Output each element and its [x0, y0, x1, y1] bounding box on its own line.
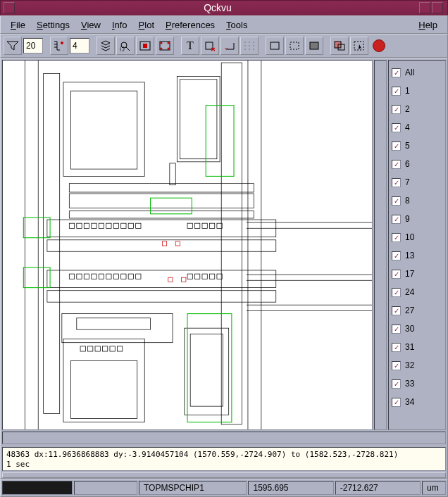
svg-point-13	[244, 42, 246, 43]
svg-rect-45	[69, 223, 74, 228]
layer-row[interactable]: ✓2	[392, 100, 442, 118]
svg-rect-86	[102, 346, 107, 351]
dashed-mode-icon[interactable]	[285, 37, 304, 55]
menu-tools[interactable]: Tools	[220, 18, 253, 32]
layer-checkbox[interactable]: ✓	[392, 87, 401, 96]
menu-file[interactable]: File	[5, 18, 31, 32]
fit-icon[interactable]	[136, 37, 154, 55]
menu-settings[interactable]: Settings	[31, 18, 75, 32]
hierarchy-icon[interactable]	[50, 37, 68, 55]
chip-layout-drawing	[3, 61, 372, 429]
svg-point-20	[249, 49, 250, 50]
layer-row[interactable]: ✓5	[392, 137, 442, 155]
layer-checkbox[interactable]: ✓	[392, 288, 401, 297]
layer-row[interactable]: ✓24	[392, 283, 442, 301]
layer-row[interactable]: ✓9	[392, 210, 442, 228]
svg-rect-99	[23, 218, 50, 238]
layer-checkbox[interactable]: ✓	[392, 398, 401, 407]
layer-checkbox[interactable]: ✓	[392, 270, 401, 279]
svg-rect-22	[270, 42, 279, 49]
layer-label: 27	[405, 306, 414, 315]
status-blank	[74, 481, 137, 495]
layer-checkbox[interactable]: ✓	[392, 123, 401, 132]
svg-rect-53	[128, 223, 133, 228]
layout-canvas[interactable]	[2, 60, 373, 430]
markup-icon[interactable]	[201, 37, 219, 55]
window-menu-button[interactable]	[4, 2, 15, 13]
layer-checkbox[interactable]: ✓	[392, 361, 401, 370]
layer-row[interactable]: ✓4	[392, 118, 442, 137]
menu-info[interactable]: Info	[106, 18, 133, 32]
menu-plot[interactable]: Plot	[133, 18, 160, 32]
menu-preferences[interactable]: Preferences	[160, 18, 220, 32]
layer-row[interactable]: ✓34	[392, 393, 442, 411]
toolbar: T	[0, 34, 448, 58]
layer-row[interactable]: ✓32	[392, 356, 442, 375]
status-cellname: TOPMSPCHIP1	[139, 481, 247, 495]
home-view-icon[interactable]	[156, 37, 174, 55]
fill-mode-icon[interactable]	[305, 37, 323, 55]
svg-rect-72	[202, 274, 207, 279]
layer-row[interactable]: ✓8	[392, 191, 442, 210]
layers-icon[interactable]	[97, 37, 115, 55]
layer-checkbox[interactable]: ✓	[392, 233, 401, 242]
layer-row[interactable]: ✓30	[392, 320, 442, 338]
svg-rect-62	[84, 274, 89, 279]
layer-label: 6	[405, 159, 410, 169]
layer-checkbox[interactable]: ✓	[392, 306, 401, 315]
layer-row[interactable]: ✓6	[392, 155, 442, 173]
outline-mode-icon[interactable]	[266, 37, 284, 55]
layer-label: 9	[405, 214, 410, 224]
layer-row[interactable]: ✓27	[392, 301, 442, 320]
maximize-button[interactable]	[432, 2, 443, 13]
minimize-button[interactable]	[419, 2, 430, 13]
svg-point-8	[161, 42, 163, 44]
layer-row[interactable]: ✓7	[392, 173, 442, 191]
layer-row[interactable]: ✓17	[392, 265, 442, 283]
layer-row[interactable]: ✓1	[392, 82, 442, 100]
layer-checkbox[interactable]: ✓	[392, 251, 401, 260]
status-bar: TOPMSPCHIP1 1595.695 -2712.627 um	[0, 479, 448, 497]
svg-point-11	[168, 48, 170, 50]
accelerator-bar[interactable]	[2, 472, 446, 478]
svg-rect-35	[70, 91, 137, 169]
layer-checkbox[interactable]: ✓	[392, 325, 401, 334]
filter-icon[interactable]	[4, 37, 22, 55]
layer-label: 24	[405, 287, 414, 297]
menu-help[interactable]: Help	[413, 18, 443, 32]
zoom-select-icon[interactable]	[116, 37, 135, 55]
layer-checkbox[interactable]: ✓	[392, 178, 401, 187]
svg-rect-94	[162, 241, 166, 246]
grid-icon[interactable]	[240, 37, 259, 55]
layer-all-checkbox[interactable]: ✓	[392, 68, 401, 77]
menu-view[interactable]: View	[75, 18, 106, 32]
nest-value-input[interactable]	[70, 38, 89, 54]
overlap-icon[interactable]	[330, 37, 349, 55]
ruler-icon[interactable]	[220, 37, 239, 55]
layer-all-row[interactable]: ✓ All	[392, 63, 442, 82]
svg-rect-34	[63, 82, 144, 177]
layer-row[interactable]: ✓33	[392, 375, 442, 393]
filter-value-input[interactable]	[23, 38, 43, 54]
text-tool-icon[interactable]: T	[181, 37, 199, 55]
layer-checkbox[interactable]: ✓	[392, 343, 401, 352]
select-region-icon[interactable]	[350, 37, 368, 55]
layer-row[interactable]: ✓31	[392, 338, 442, 356]
status-unit: um	[422, 481, 446, 495]
horizontal-scrollbar[interactable]	[2, 432, 446, 444]
layer-row[interactable]: ✓10	[392, 228, 442, 246]
layer-checkbox[interactable]: ✓	[392, 141, 401, 151]
stop-icon[interactable]	[370, 37, 388, 55]
svg-rect-90	[70, 360, 137, 418]
svg-line-3	[126, 47, 130, 51]
layer-row[interactable]: ✓13	[392, 246, 442, 265]
svg-rect-87	[110, 346, 115, 351]
layer-checkbox[interactable]: ✓	[392, 105, 401, 114]
layer-checkbox[interactable]: ✓	[392, 160, 401, 169]
layer-checkbox[interactable]: ✓	[392, 215, 401, 224]
svg-point-19	[244, 49, 246, 50]
layer-checkbox[interactable]: ✓	[392, 379, 401, 389]
layer-checkbox[interactable]: ✓	[392, 196, 401, 206]
svg-rect-42	[47, 240, 276, 251]
vertical-scrollbar[interactable]	[374, 60, 387, 430]
